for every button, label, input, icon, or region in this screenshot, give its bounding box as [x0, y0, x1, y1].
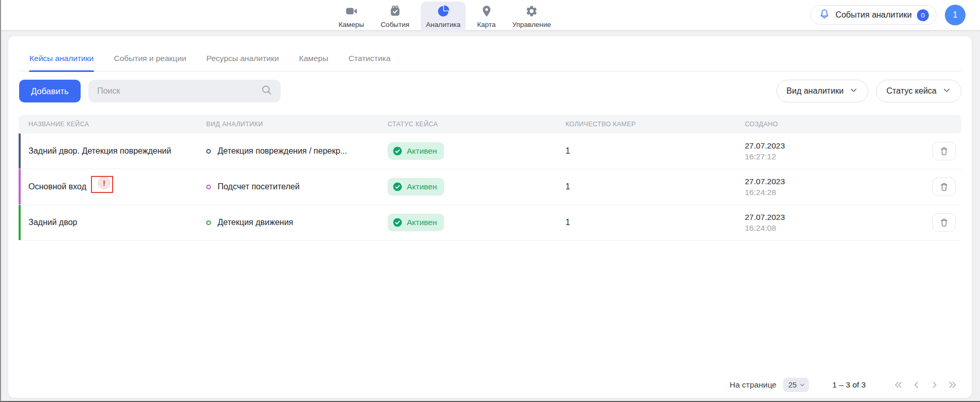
column-header-analytics-type: ВИД АНАЛИТИКИ: [206, 121, 388, 128]
bell-icon: [819, 8, 830, 22]
created-date: 27.07.2023: [745, 177, 932, 186]
toolbar: Добавить Вид аналитики Статус кейса: [19, 80, 961, 102]
analytics-events-label: События аналитики: [835, 10, 912, 20]
annotation-highlight-rectangle: [91, 176, 113, 193]
double-chevron-left-icon: [893, 379, 904, 391]
row-accent-bar: [19, 169, 21, 204]
row-accent-bar: [19, 205, 21, 240]
table-row[interactable]: ! Основной вход Подсчет посетителей Акти…: [19, 169, 961, 205]
actions-cell: [932, 177, 961, 196]
trash-icon: [939, 217, 950, 228]
column-header-case-status: СТАТУС КЕЙСА: [388, 121, 565, 128]
trash-icon: [939, 182, 950, 192]
status-badge: Активен: [388, 214, 444, 231]
created-time: 16:24:28: [745, 188, 932, 197]
analytics-type-filter-label: Вид аналитики: [787, 86, 844, 96]
events-count-badge: 0: [917, 9, 929, 21]
analytics-type-label: Детекция повреждения / перекр...: [218, 146, 347, 156]
analytics-type-label: Детекция движения: [218, 218, 293, 227]
case-status-cell: Активен: [388, 214, 565, 231]
analytics-type-label: Подсчет посетителей: [218, 182, 300, 191]
case-name: Задний двор: [28, 218, 206, 227]
nav-item-label: Карта: [477, 21, 496, 28]
analytics-type-cell: Детекция движения: [206, 218, 388, 227]
nav-item-label: Аналитика: [426, 21, 461, 28]
created-date: 27.07.2023: [745, 213, 932, 222]
delete-case-button[interactable]: [932, 142, 956, 160]
gear-icon: [525, 5, 538, 19]
next-page-button[interactable]: [929, 379, 940, 391]
tab-events-and-reactions[interactable]: События и реакции: [113, 51, 187, 71]
analytics-type-cell: Детекция повреждения / перекр...: [206, 146, 388, 156]
tab-analytics-resources[interactable]: Ресурсы аналитики: [206, 51, 279, 71]
nav-item-label: Камеры: [339, 21, 364, 28]
delete-case-button[interactable]: [932, 177, 956, 196]
per-page-select[interactable]: 25: [783, 378, 809, 392]
case-status-cell: Активен: [388, 142, 565, 160]
chevron-right-icon: [929, 379, 940, 391]
add-case-button[interactable]: Добавить: [19, 80, 81, 102]
pagination-range: 1 – 3 of 3: [832, 380, 866, 390]
chevron-down-icon: [849, 86, 858, 97]
created-cell: 27.07.2023 16:24:28: [745, 177, 932, 197]
pie-chart-icon: [437, 5, 450, 19]
first-page-button[interactable]: [893, 379, 904, 391]
table-row[interactable]: Задний двор. Детекция повреждений Детекц…: [19, 133, 961, 169]
chevron-down-icon: [942, 86, 951, 97]
case-name: Задний двор. Детекция повреждений: [28, 146, 206, 156]
analytics-type-filter[interactable]: Вид аналитики: [776, 80, 869, 102]
created-cell: 27.07.2023 16:27:12: [745, 141, 932, 161]
case-status-filter-label: Статус кейса: [886, 86, 937, 96]
search-box[interactable]: [88, 80, 281, 102]
search-input[interactable]: [97, 86, 261, 96]
nav-item-management[interactable]: Управление: [507, 2, 556, 32]
table-row[interactable]: Задний двор Детекция движения Активен 1 …: [19, 205, 961, 241]
nav-item-map[interactable]: Карта: [472, 2, 501, 32]
tab-cameras[interactable]: Камеры: [298, 51, 329, 71]
actions-cell: [932, 142, 961, 160]
nav-item-events[interactable]: События: [375, 2, 415, 32]
created-date: 27.07.2023: [745, 141, 932, 151]
status-badge: Активен: [388, 142, 444, 160]
status-label: Активен: [407, 146, 437, 156]
column-header-created: СОЗДАНО: [745, 121, 932, 128]
analytics-type-ring-icon: [206, 185, 211, 189]
cases-table: НАЗВАНИЕ КЕЙСА ВИД АНАЛИТИКИ СТАТУС КЕЙС…: [19, 115, 961, 241]
case-status-filter[interactable]: Статус кейса: [876, 80, 961, 102]
main-navigation: Камеры События Аналитика: [333, 2, 556, 32]
created-time: 16:24:08: [745, 224, 932, 233]
per-page-value: 25: [788, 381, 797, 389]
nav-item-label: События: [380, 21, 409, 28]
created-cell: 27.07.2023 16:24:08: [745, 213, 932, 233]
actions-cell: [932, 213, 961, 232]
analytics-type-cell: Подсчет посетителей: [206, 182, 388, 191]
delete-case-button[interactable]: [932, 213, 956, 232]
analytics-type-ring-icon: [206, 220, 211, 225]
camera-count: 1: [565, 182, 745, 191]
status-badge: Активен: [388, 178, 444, 196]
analytics-type-ring-icon: [206, 149, 211, 154]
last-page-button[interactable]: [947, 379, 958, 391]
analytics-events-button[interactable]: События аналитики 0: [810, 5, 937, 25]
pagination-bar: На странице 25 1 – 3 of 3: [729, 378, 958, 392]
status-label: Активен: [407, 182, 437, 191]
check-circle-icon: [392, 146, 403, 156]
user-avatar[interactable]: 1: [945, 5, 966, 25]
case-status-cell: Активен: [388, 178, 565, 196]
tab-analytics-cases[interactable]: Кейсы аналитики: [29, 51, 94, 71]
nav-item-analytics[interactable]: Аналитика: [421, 2, 466, 32]
chevron-down-icon: [799, 382, 805, 388]
map-pin-icon: [480, 5, 493, 19]
content-card: Кейсы аналитики События и реакции Ресурс…: [8, 36, 972, 398]
tab-statistics[interactable]: Статистика: [348, 51, 391, 71]
table-header-row: НАЗВАНИЕ КЕЙСА ВИД АНАЛИТИКИ СТАТУС КЕЙС…: [19, 115, 961, 133]
nav-item-cameras[interactable]: Камеры: [333, 2, 369, 32]
chevron-left-icon: [911, 379, 922, 391]
top-bar: Камеры События Аналитика: [0, 0, 980, 30]
column-header-camera-count: КОЛИЧЕСТВО КАМЕР: [565, 121, 745, 128]
previous-page-button[interactable]: [911, 379, 922, 391]
trash-icon: [939, 146, 950, 157]
case-name: Основной вход: [28, 182, 206, 191]
double-chevron-right-icon: [947, 379, 958, 391]
per-page-label: На странице: [729, 380, 776, 390]
